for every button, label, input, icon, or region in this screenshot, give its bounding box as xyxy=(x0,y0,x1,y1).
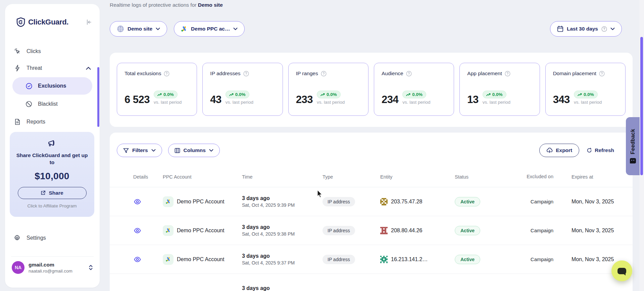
document-icon xyxy=(14,118,21,125)
site-selector-label: Demo site xyxy=(128,26,152,32)
promo-text: Share ClickGuard and get up to xyxy=(16,152,88,166)
chevron-down-icon xyxy=(610,28,615,30)
entity-identicon xyxy=(380,227,388,234)
sidebar-item-settings[interactable]: Settings xyxy=(5,230,100,246)
help-circle-icon[interactable] xyxy=(406,71,412,77)
stat-card-app-placement: App placement 13 0.0% vs. last period xyxy=(459,63,540,116)
chat-launcher-button[interactable] xyxy=(611,260,632,281)
col-header-details: Details xyxy=(129,174,159,180)
col-header-excluded-on: Excluded on xyxy=(515,173,565,180)
ppc-account-dropdown[interactable]: Demo PPC ac… xyxy=(174,21,245,37)
refresh-label: Refresh xyxy=(595,147,614,153)
time-absolute: Sat, Oct 4, 2025 9:39 PM xyxy=(242,202,295,208)
lightning-icon xyxy=(14,65,21,71)
expires-at-value: Mon, Nov 3, 2025 xyxy=(565,256,623,262)
status-badge: Active xyxy=(455,226,480,235)
help-circle-icon[interactable] xyxy=(321,71,327,77)
feedback-tab[interactable]: Feedback xyxy=(626,117,640,175)
col-header-entity: Entity xyxy=(376,174,451,180)
time-relative: 3 days ago xyxy=(242,224,270,230)
help-circle-icon[interactable] xyxy=(164,71,169,77)
entity-identicon xyxy=(380,256,388,263)
view-details-eye-icon[interactable] xyxy=(133,227,142,234)
megaphone-icon xyxy=(16,139,88,148)
page-scrollbar-thumb[interactable] xyxy=(640,37,643,175)
stat-value: 6 523 xyxy=(125,94,150,105)
refresh-icon xyxy=(587,148,592,153)
stat-value: 343 xyxy=(553,94,570,105)
stat-card-total-exclusions: Total exclusions 6 523 0.0% vs. last per… xyxy=(117,63,197,116)
export-button[interactable]: Export xyxy=(539,144,579,157)
refresh-button[interactable]: Refresh xyxy=(579,144,616,157)
ppc-account-name: Demo PPC Account xyxy=(177,256,224,262)
stat-caption: vs. last period xyxy=(226,100,253,105)
sidebar-item-label: Clicks xyxy=(27,48,91,54)
filters-dropdown[interactable]: Filters xyxy=(117,144,162,157)
stat-label: IP addresses xyxy=(210,70,240,77)
globe-icon xyxy=(117,25,124,33)
google-ads-icon xyxy=(163,254,174,265)
chevron-down-icon xyxy=(209,149,213,152)
affiliate-promo-card[interactable]: Share ClickGuard and get up to $10,000 S… xyxy=(10,132,94,217)
google-ads-icon xyxy=(163,196,174,207)
ban-icon xyxy=(25,101,33,107)
expires-at-value: Mon, Nov 3, 2025 xyxy=(565,199,623,205)
entity-value: 16.213.141.2… xyxy=(391,256,428,262)
account-switcher[interactable]: NA gmail.com naatali.ro@gmail.com xyxy=(5,261,100,274)
sidebar-item-exclusions[interactable]: Exclusions xyxy=(12,77,92,95)
help-circle-icon[interactable] xyxy=(599,71,605,77)
share-button[interactable]: Share xyxy=(18,187,87,199)
ppc-account-name: Demo PPC Account xyxy=(177,199,224,205)
account-email: naatali.ro@gmail.com xyxy=(29,269,72,274)
excluded-on-value: Campaign xyxy=(515,199,565,204)
stat-label: IP ranges xyxy=(296,70,318,77)
table-toolbar: Filters Columns Export xyxy=(110,133,633,157)
table-row: Demo PPC Account 3 days ago Sat, Oct 4, … xyxy=(110,187,633,216)
delta-badge: 0.0% xyxy=(574,91,598,98)
chat-bubble-icon xyxy=(617,268,626,274)
help-circle-icon xyxy=(601,26,607,32)
external-link-icon xyxy=(41,190,46,195)
type-badge: IP address xyxy=(323,255,355,264)
chevron-down-icon xyxy=(233,28,238,30)
sidebar-item-blacklist[interactable]: Blacklist xyxy=(12,95,92,113)
stat-caption: vs. last period xyxy=(483,100,510,105)
sidebar-item-threat[interactable]: Threat xyxy=(5,60,100,77)
help-circle-icon[interactable] xyxy=(243,71,249,77)
columns-dropdown[interactable]: Columns xyxy=(168,144,220,157)
sidebar-item-reports[interactable]: Reports xyxy=(5,113,100,130)
cloud-download-icon xyxy=(546,148,553,153)
delta-badge: 0.0% xyxy=(483,91,506,98)
delta-badge: 0.0% xyxy=(402,91,426,98)
col-header-type: Type xyxy=(318,174,376,180)
sidebar-nav: Clicks Threat Exclusions xyxy=(5,43,100,130)
time-relative: 3 days ago xyxy=(242,253,270,259)
sidebar-collapse-icon[interactable] xyxy=(86,19,92,26)
stat-card-ip-ranges: IP ranges 233 0.0% vs. last period xyxy=(288,63,368,116)
google-ads-icon xyxy=(163,225,174,236)
sidebar: ClickGuard. Clicks Threat xyxy=(5,4,100,288)
stat-value: 233 xyxy=(296,94,313,105)
stat-caption: vs. last period xyxy=(154,100,182,105)
help-circle-icon[interactable] xyxy=(505,71,510,77)
stat-caption: vs. last period xyxy=(574,100,602,105)
view-details-eye-icon[interactable] xyxy=(133,198,142,205)
view-details-eye-icon[interactable] xyxy=(133,256,142,263)
chevron-down-icon xyxy=(151,149,156,152)
columns-icon xyxy=(175,148,180,153)
sidebar-item-clicks[interactable]: Clicks xyxy=(5,43,100,60)
stat-value: 43 xyxy=(210,94,221,105)
date-range-dropdown[interactable]: Last 30 days xyxy=(550,21,622,37)
divider xyxy=(11,256,94,257)
page-subtitle: Realtime logs of protective actions for … xyxy=(110,2,223,8)
entity-value: 203.75.47.28 xyxy=(391,199,422,205)
time-relative: 3 days ago xyxy=(242,195,270,201)
table-row: Demo PPC Account 3 days ago Sat, Oct 4, … xyxy=(110,245,633,274)
entity-value: 208.80.44.26 xyxy=(391,228,422,234)
selector-row: Demo site Demo PPC ac… xyxy=(110,21,245,37)
sidebar-item-label: Exclusions xyxy=(38,83,66,89)
filters-label: Filters xyxy=(132,147,148,153)
sidebar-scrollbar-thumb[interactable] xyxy=(97,67,99,127)
site-selector-dropdown[interactable]: Demo site xyxy=(110,21,167,37)
table-row: Demo PPC Account 3 days ago Sat, Oct 4, … xyxy=(110,216,633,245)
